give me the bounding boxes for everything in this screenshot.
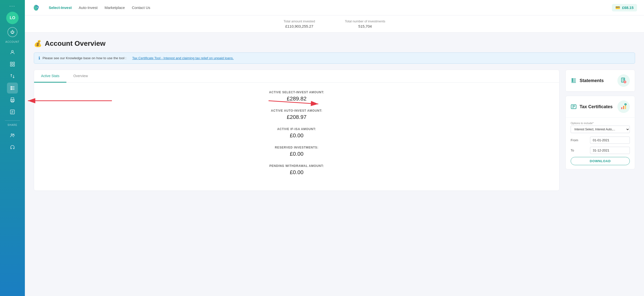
nav-select-invest[interactable]: Select-Invest: [49, 6, 72, 10]
balance-icon: 💳: [616, 6, 620, 10]
sidebar-item-account-overview[interactable]: [7, 82, 18, 94]
sidebar-item-print[interactable]: [7, 94, 18, 106]
main-wrapper: Select-Invest Auto-Invest Marketplace Co…: [25, 0, 644, 296]
stat-if-isa-label: ACTIVE IF-ISA AMOUNT:: [44, 127, 549, 131]
info-text: Please see our Knowledge base on how to …: [42, 56, 126, 60]
svg-rect-3: [10, 65, 12, 66]
total-investments-stat: Total number of investments 515,704: [345, 20, 386, 28]
from-date-input[interactable]: [590, 136, 630, 144]
svg-rect-33: [623, 106, 624, 109]
total-investments-value: 515,704: [345, 24, 386, 28]
sidebar-item-report[interactable]: [7, 106, 18, 118]
svg-rect-2: [13, 62, 14, 64]
download-button[interactable]: DOWNLOAD: [571, 157, 630, 165]
info-icon: ℹ: [38, 56, 40, 60]
info-banner: ℹ Please see our Knowledge base on how t…: [34, 52, 635, 64]
tax-certificates-header: Tax Certificates: [566, 96, 635, 118]
tab-overview[interactable]: Overview: [66, 70, 95, 82]
tax-certificates-card: Tax Certificates: [566, 96, 635, 170]
svg-point-9: [11, 88, 12, 88]
stat-select-invest-value: £289.82: [44, 96, 549, 102]
stat-reserved: RESERVED INVESTMENTS: £0.00: [44, 146, 549, 157]
sidebar: ··· LO ⏻ ACCOUNT SHARE: [0, 0, 25, 296]
statements-doc-icon: [620, 77, 627, 84]
balance-value: £68.15: [622, 6, 634, 10]
stat-pending: PENDING WITHDRAWAL AMOUNT: £0.00: [44, 164, 549, 176]
stat-reserved-value: £0.00: [44, 151, 549, 157]
main-grid: Active Stats Overview ACTIVE SELECT-INVE…: [34, 70, 635, 191]
svg-rect-1: [10, 62, 12, 64]
nav-marketplace[interactable]: Marketplace: [104, 6, 125, 10]
svg-point-24: [572, 80, 573, 80]
svg-point-17: [11, 134, 13, 135]
total-invested-stat: Total amount invested £110,903,255.27: [284, 20, 315, 28]
tabs: Active Stats Overview: [34, 70, 559, 82]
tax-icon-circle: [618, 100, 630, 113]
svg-point-8: [11, 86, 12, 87]
tax-cert-icon: [571, 104, 576, 110]
logo[interactable]: [32, 3, 41, 12]
options-group: Options to include* Interest Select, Int…: [571, 122, 630, 133]
from-label: From: [571, 138, 578, 142]
svg-point-25: [572, 81, 573, 82]
tax-certificates-title: Tax Certificates: [580, 104, 613, 110]
stat-auto-invest-label: ACTIVE AUTO-INVEST AMOUNT:: [44, 109, 549, 112]
stat-if-isa-value: £0.00: [44, 132, 549, 139]
stat-select-invest: ACTIVE SELECT-INVEST AMOUNT: £289.82: [44, 90, 549, 102]
stat-pending-value: £0.00: [44, 169, 549, 176]
sidebar-item-profile[interactable]: [7, 47, 18, 58]
statements-title: Statements: [580, 78, 604, 83]
total-investments-label: Total number of investments: [345, 20, 386, 23]
total-invested-value: £110,903,255.27: [284, 24, 315, 28]
tax-header-left: Tax Certificates: [571, 104, 613, 110]
sidebar-item-headset[interactable]: [7, 142, 18, 153]
active-stats-content: ACTIVE SELECT-INVEST AMOUNT: £289.82 ACT…: [34, 82, 559, 190]
svg-rect-4: [13, 65, 14, 66]
sidebar-item-exchange[interactable]: [7, 71, 18, 82]
tab-active-stats[interactable]: Active Stats: [34, 70, 66, 82]
svg-point-10: [11, 89, 12, 90]
sidebar-divider: [5, 120, 20, 121]
avatar[interactable]: LO: [6, 12, 19, 24]
stat-auto-invest-value: £208.97: [44, 114, 549, 120]
share-label: SHARE: [8, 124, 17, 126]
sidebar-item-share-group[interactable]: [7, 130, 18, 141]
stat-select-invest-label: ACTIVE SELECT-INVEST AMOUNT:: [44, 90, 549, 94]
to-row: To: [571, 147, 630, 154]
top-navigation: Select-Invest Auto-Invest Marketplace Co…: [25, 0, 644, 16]
right-panel: Statements: [566, 70, 635, 191]
stat-if-isa: ACTIVE IF-ISA AMOUNT: £0.00: [44, 127, 549, 139]
account-label: ACCOUNT: [6, 40, 20, 43]
main-card: Active Stats Overview ACTIVE SELECT-INVE…: [34, 70, 560, 191]
tax-certificates-body: Options to include* Interest Select, Int…: [566, 118, 635, 169]
sidebar-item-dashboard[interactable]: [7, 59, 18, 70]
tax-bar-chart-icon: [620, 104, 627, 110]
svg-rect-11: [11, 98, 14, 100]
statements-header: Statements: [566, 70, 635, 92]
from-row: From: [571, 136, 630, 144]
svg-point-0: [12, 50, 13, 52]
stat-reserved-label: RESERVED INVESTMENTS:: [44, 146, 549, 149]
statements-list-icon: [571, 78, 576, 84]
nav-auto-invest[interactable]: Auto-Invest: [79, 6, 98, 10]
statements-icon-circle: [618, 74, 630, 87]
statements-card: Statements: [566, 70, 635, 92]
account-icon: 💰: [34, 40, 42, 48]
options-label: Options to include*: [571, 122, 630, 124]
info-link[interactable]: Tax Certificate Tool - Interest and clai…: [132, 56, 234, 60]
to-label: To: [571, 148, 574, 152]
to-date-input[interactable]: [590, 147, 630, 154]
stat-pending-label: PENDING WITHDRAWAL AMOUNT:: [44, 164, 549, 168]
stats-bar: Total amount invested £110,903,255.27 To…: [25, 16, 644, 32]
statements-header-left: Statements: [571, 78, 604, 84]
total-invested-label: Total amount invested: [284, 20, 315, 23]
options-select[interactable]: Interest Select, Interest Auto,...: [571, 126, 630, 133]
nav-contact-us[interactable]: Contact Us: [132, 6, 150, 10]
svg-point-23: [572, 78, 573, 79]
sidebar-menu-dots[interactable]: ···: [10, 4, 16, 9]
stat-auto-invest: ACTIVE AUTO-INVEST AMOUNT: £208.97: [44, 109, 549, 120]
nav-links: Select-Invest Auto-Invest Marketplace Co…: [49, 6, 612, 10]
svg-point-18: [13, 134, 14, 135]
power-button[interactable]: ⏻: [8, 27, 18, 37]
page-title: Account Overview: [45, 40, 106, 48]
